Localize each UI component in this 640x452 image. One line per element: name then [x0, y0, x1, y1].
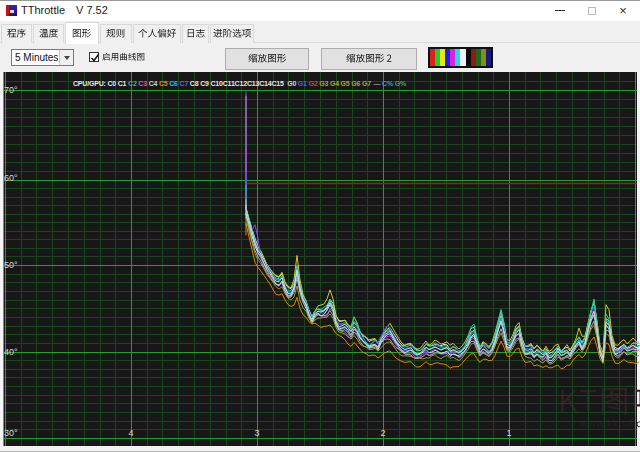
svg-text:CPU/GPU:C0C1C2C3C4C5C6C7C8C9C1: CPU/GPU:C0C1C2C3C4C5C6C7C8C9C10C11C12C13…: [73, 79, 406, 88]
svg-text:1: 1: [506, 428, 511, 438]
svg-text:30°: 30°: [4, 428, 18, 438]
svg-text:4: 4: [128, 428, 133, 438]
svg-text:40°: 40°: [4, 347, 18, 357]
svg-text:2: 2: [380, 428, 385, 438]
svg-text:50°: 50°: [4, 260, 18, 270]
svg-text:3: 3: [254, 428, 259, 438]
svg-text:70°: 70°: [4, 85, 18, 95]
svg-text:60°: 60°: [4, 173, 18, 183]
